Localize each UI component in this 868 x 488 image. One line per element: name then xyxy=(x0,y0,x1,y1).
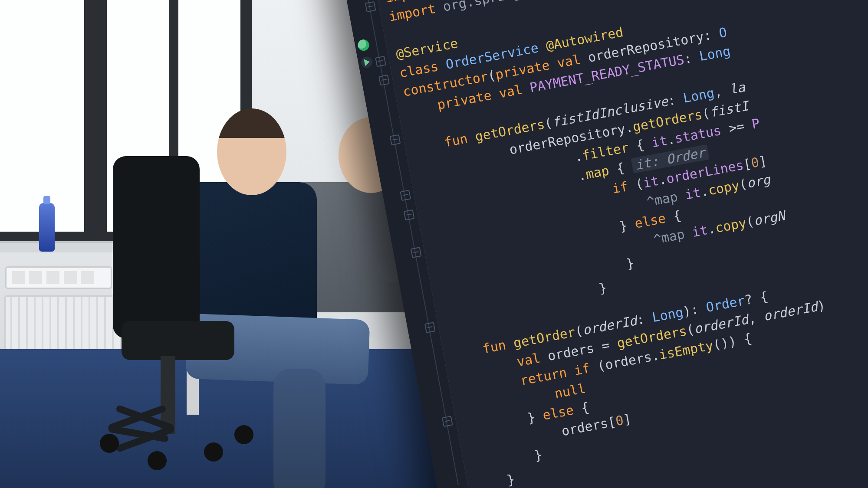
fold-icon[interactable] xyxy=(424,322,436,333)
identifier: orders xyxy=(546,340,595,364)
keyword-class: class xyxy=(398,59,439,81)
composite-stage: nntech.billingdata.common import no.finn… xyxy=(0,0,868,488)
water-bottle-sill xyxy=(39,203,55,252)
type-name: Order xyxy=(705,293,746,315)
identifier: it xyxy=(642,173,660,191)
fold-icon[interactable] xyxy=(411,247,422,258)
fold-icon[interactable] xyxy=(375,56,386,67)
keyword-fun: fun xyxy=(481,337,507,356)
code-text: org.springframework.stereotype.Se xyxy=(442,0,699,14)
type-name: Long xyxy=(682,85,715,106)
spring-bean-icon[interactable] xyxy=(357,39,370,52)
keyword-val: val xyxy=(556,52,582,71)
identifier: it xyxy=(684,185,702,203)
keyword-import: import xyxy=(388,1,437,24)
identifier: orders xyxy=(560,415,609,439)
param: la xyxy=(728,79,746,97)
keyword-else: else xyxy=(633,210,667,231)
fold-icon[interactable] xyxy=(400,190,411,201)
call: filter xyxy=(581,140,630,163)
fold-icon[interactable] xyxy=(378,75,390,86)
inlay-hint: ^map xyxy=(645,189,679,210)
fold-icon[interactable] xyxy=(365,1,376,13)
number: 0 xyxy=(614,413,625,429)
param: org xyxy=(746,172,772,191)
call: copy xyxy=(707,177,740,198)
fold-icon[interactable] xyxy=(390,134,401,146)
type-name: Long xyxy=(651,305,684,325)
fold-icon[interactable] xyxy=(404,210,415,221)
param: orderId xyxy=(693,311,750,336)
keyword-if: if xyxy=(573,360,591,378)
call: copy xyxy=(714,215,747,236)
fold-icon[interactable] xyxy=(442,416,453,427)
param: orgN xyxy=(753,208,786,229)
type-name: Long xyxy=(698,43,731,64)
param: orderId xyxy=(762,299,819,324)
keyword-null: null xyxy=(553,380,587,401)
keyword-if: if xyxy=(611,179,629,197)
keyword-else: else xyxy=(541,402,575,423)
identifier: it xyxy=(650,133,668,151)
keyword-val: val xyxy=(516,350,542,369)
identifier: it xyxy=(691,222,709,240)
keyword-fun: fun xyxy=(443,131,469,150)
keyword-val: val xyxy=(498,82,524,101)
identifier: orders xyxy=(604,349,653,373)
inlay-hint: ^map xyxy=(652,226,686,247)
call: map xyxy=(585,163,611,182)
identifier: status xyxy=(674,123,723,146)
run-gutter-icon[interactable] xyxy=(360,56,373,69)
office-chair xyxy=(95,156,208,399)
param: fistI xyxy=(708,98,750,120)
number: 0 xyxy=(750,154,760,171)
